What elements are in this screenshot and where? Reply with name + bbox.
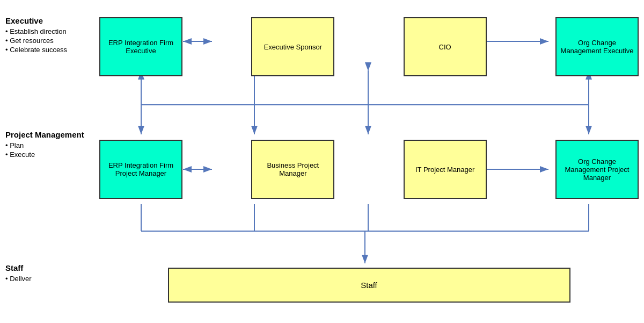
box-executive-sponsor: Executive Sponsor [251,17,334,76]
box-staff: Staff [168,268,570,303]
box-it-pm: IT Project Manager [404,140,487,199]
pm-item-1: Plan [5,141,97,149]
executive-item-1: Establish direction [5,27,97,35]
staff-row: Staff [99,263,639,306]
diagram-container: Executive Establish direction Get resour… [0,0,644,323]
executive-row: ERP Integration Firm Executive Executive… [99,12,639,82]
box-business-pm: Business Project Manager [251,140,334,199]
pm-title: Project Management [5,130,97,139]
staff-title: Staff [5,263,97,272]
executive-title: Executive [5,16,97,25]
executive-item-3: Celebrate success [5,46,97,54]
staff-label-section: Staff Deliver [5,263,97,284]
executive-label-section: Executive Establish direction Get resour… [5,16,97,55]
staff-items: Deliver [5,275,97,283]
pm-row: ERP Integration Firm Project Manager Bus… [99,134,639,204]
pm-items: Plan Execute [5,141,97,159]
box-org-change-pm: Org Change Management Project Manager [555,140,639,199]
box-cio: CIO [404,17,487,76]
pm-item-2: Execute [5,150,97,159]
staff-item-1: Deliver [5,275,97,283]
executive-items: Establish direction Get resources Celebr… [5,27,97,54]
executive-item-2: Get resources [5,37,97,45]
pm-label-section: Project Management Plan Execute [5,130,97,160]
box-org-change-executive: Org Change Management Executive [555,17,639,76]
box-erp-executive: ERP Integration Firm Executive [99,17,182,76]
box-erp-pm: ERP Integration Firm Project Manager [99,140,182,199]
